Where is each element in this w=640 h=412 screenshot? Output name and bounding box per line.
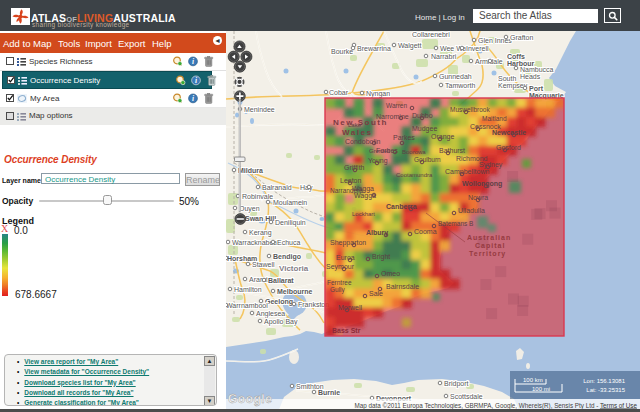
- svg-text:Lon: 156.13081: Lon: 156.13081: [583, 378, 625, 384]
- svg-text:100 mi: 100 mi: [532, 386, 550, 392]
- svg-text:Lat: -33.25315: Lat: -33.25315: [586, 387, 625, 393]
- svg-text:Google: Google: [228, 392, 272, 406]
- svg-text:100 km: 100 km: [523, 377, 543, 383]
